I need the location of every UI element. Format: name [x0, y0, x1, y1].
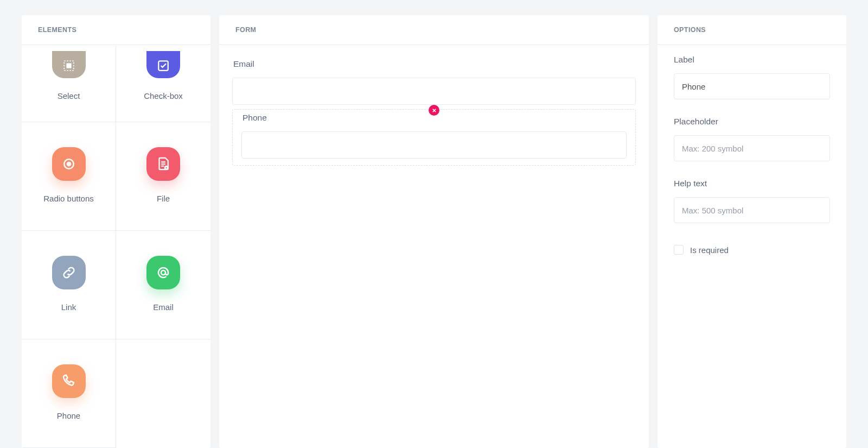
svg-point-4 [67, 162, 70, 166]
options-panel-title: OPTIONS [658, 15, 846, 45]
option-label-label: Label [674, 55, 830, 65]
elements-panel: ELEMENTS Select Check-box Radio buttons [22, 15, 210, 448]
phone-icon [52, 364, 86, 398]
element-link[interactable]: Link [22, 231, 116, 339]
options-panel: OPTIONS Label Placeholder Help text Is r… [658, 15, 846, 448]
form-field-email[interactable]: Email [232, 49, 636, 106]
field-label: Email [232, 59, 636, 69]
element-label: Link [61, 302, 76, 312]
element-file[interactable]: File [116, 122, 210, 231]
form-panel-title: FORM [219, 15, 649, 45]
element-radio[interactable]: Radio buttons [22, 122, 116, 231]
option-label-input[interactable] [674, 73, 830, 99]
radio-icon [52, 147, 86, 181]
form-field-phone[interactable]: Phone [232, 109, 636, 166]
svg-rect-1 [67, 64, 71, 68]
element-label: Radio buttons [43, 194, 94, 203]
element-empty [116, 339, 210, 448]
email-icon [146, 256, 180, 289]
select-icon [52, 51, 86, 78]
option-helptext-label: Help text [674, 179, 830, 188]
element-select[interactable]: Select [22, 45, 116, 122]
form-field-phone-wrapper: Phone [232, 109, 636, 166]
form-canvas[interactable]: Email Phone [219, 45, 649, 448]
checkbox-icon [146, 51, 180, 78]
element-checkbox[interactable]: Check-box [116, 45, 210, 122]
element-label: Phone [57, 411, 80, 420]
element-phone[interactable]: Phone [22, 339, 116, 448]
element-label: Email [153, 302, 174, 312]
element-label: File [157, 194, 170, 203]
elements-panel-title: ELEMENTS [22, 15, 210, 45]
form-panel: FORM Email Phone [219, 15, 649, 448]
phone-input[interactable] [241, 131, 627, 159]
link-icon [52, 256, 86, 289]
option-required-checkbox[interactable] [674, 245, 684, 255]
element-label: Select [58, 91, 80, 100]
option-placeholder-label: Placeholder [674, 117, 830, 127]
element-email[interactable]: Email [116, 231, 210, 339]
element-label: Check-box [144, 91, 183, 100]
file-icon [146, 147, 180, 181]
option-placeholder-input[interactable] [674, 135, 830, 161]
option-helptext-input[interactable] [674, 197, 830, 223]
close-icon [432, 108, 437, 113]
email-input[interactable] [232, 78, 636, 105]
elements-grid: Select Check-box Radio buttons File [22, 45, 210, 448]
option-required-label: Is required [690, 245, 729, 255]
delete-field-button[interactable] [429, 105, 439, 116]
option-required-row: Is required [674, 245, 830, 255]
